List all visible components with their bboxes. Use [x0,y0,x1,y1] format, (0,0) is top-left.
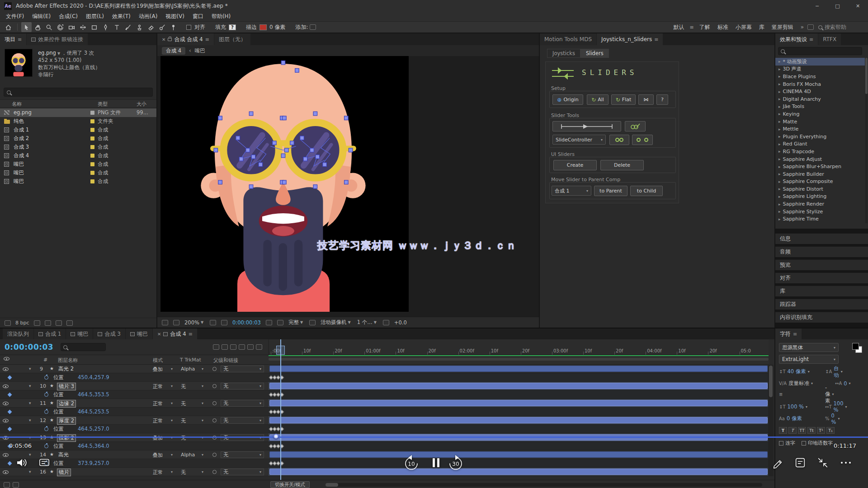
faux-style-toggle[interactable]: T [779,427,787,434]
selection-handle[interactable] [310,148,314,152]
selection-handle[interactable] [303,157,307,161]
menu-item[interactable]: 窗口 [189,13,208,20]
slide-controller-dropdown[interactable]: SlideController▾ [552,135,606,145]
kerning-control[interactable]: V/A度量标准▾ [779,380,813,387]
selection-handle[interactable] [239,157,243,161]
menu-item[interactable]: 视图(V) [161,13,189,20]
help-button[interactable]: ? [656,94,668,105]
trkmat-dropdown[interactable]: 无 [181,400,186,407]
stopwatch-icon[interactable] [44,427,48,431]
effects-category-row[interactable]: ▸Sapphire Stylize [775,208,865,216]
subtab-sliders[interactable]: Sliders [580,49,609,58]
stroke-options-icon[interactable]: ≣ [779,392,783,397]
selection-handle[interactable] [259,163,263,167]
project-item-row[interactable]: 合成 1合成 [0,126,156,134]
toggle-switches-modes-button[interactable]: 切换开关/模式 [270,481,310,488]
twirl-down-icon[interactable]: ▾ [29,469,31,474]
text-tool-icon[interactable] [112,22,122,32]
twirl-right-icon[interactable]: ▸ [778,164,781,169]
twirl-right-icon[interactable]: ▸ [778,187,781,191]
label-color-swatch[interactable] [90,111,94,115]
twirl-right-icon[interactable]: ▸ [778,194,781,199]
selection-handle[interactable] [281,154,285,158]
effects-search-input[interactable] [787,48,855,54]
close-icon[interactable]: ✕ [162,37,165,42]
layer-row[interactable]: ▾16★镜片正常▾无▾无▾ [0,468,269,476]
menu-item[interactable]: 图层(L) [82,13,108,20]
workspace-4[interactable]: 小屏幕 [732,23,755,31]
selection-handle[interactable] [283,116,287,120]
draft-3d-icon[interactable] [222,344,228,350]
interpret-footage-icon[interactable] [34,320,40,326]
layer-row[interactable]: ▾10★镜片 3正常▾无▾无▾ [0,382,269,390]
faux-style-toggle[interactable]: T¹ [817,427,825,434]
label-color-swatch[interactable] [90,145,94,149]
keyframe-navigator-icon[interactable] [8,410,12,414]
trkmat-dropdown[interactable]: 无 [181,383,186,390]
property-row[interactable]: 位置464.5,353.5 [0,390,269,399]
snap-toggle[interactable]: 对齐 [186,23,207,31]
channels-icon[interactable] [277,320,283,325]
twirl-right-icon[interactable]: ▸ [778,127,781,131]
layer-track[interactable] [269,468,769,476]
property-value[interactable]: 373.9,257.0 [78,460,109,466]
to-child-button[interactable]: to Child [630,186,663,196]
pickwhip-icon[interactable] [212,436,217,440]
layer-duration-bar[interactable] [269,451,768,458]
effects-category-row[interactable]: ▸Digital Anarchy [775,95,865,103]
effects-category-row[interactable]: ▸Sapphire Render [775,200,865,208]
parent-dropdown[interactable]: 无▾ [221,400,264,407]
hand-tool-icon[interactable] [33,22,43,32]
menu-item[interactable]: 动画(A) [135,13,162,20]
tab-effect-controls[interactable]: 效果控件 眼镜连接 [27,33,88,45]
new-composition-icon[interactable] [56,320,62,326]
menu-item[interactable]: 文件(F) [2,13,28,20]
twirl-right-icon[interactable]: ▸ [778,134,781,139]
effects-category-row[interactable]: ▸Sapphire Builder [775,170,865,178]
selection-handle[interactable] [236,136,240,140]
property-name[interactable]: 位置 [53,408,64,415]
label-color-swatch[interactable] [90,171,94,175]
exposure-value[interactable]: +0.0 [394,319,407,326]
stroke-swatch[interactable] [259,24,267,30]
twirl-right-icon[interactable]: ▸ [778,119,781,124]
property-name[interactable]: 位置 [53,374,64,381]
project-item-row[interactable]: eg.pngPNG 文件99... [0,108,156,117]
camera-tool-icon[interactable] [66,22,77,32]
link-button[interactable] [609,135,629,145]
time-ruler[interactable]: :00f10f20f01:00f10f20f02:00f10f20f03:00f… [269,339,769,355]
timeline-tab[interactable]: 合成 1 [34,328,66,339]
view-layout-dropdown[interactable]: 1 个…▼ [357,319,378,326]
trkmat-dropdown[interactable]: 无 [181,469,186,476]
timeline-vertical-scrollbar[interactable] [768,365,774,476]
selection-handle[interactable] [218,180,222,184]
selection-handle[interactable] [313,112,317,116]
motion-blur-icon[interactable] [247,344,254,350]
selection-handle[interactable] [246,148,250,152]
hide-shy-icon[interactable] [230,344,236,350]
layer-track[interactable] [269,433,769,442]
stopwatch-icon[interactable] [44,393,48,397]
cti-handle[interactable] [276,346,285,355]
faux-style-toggle[interactable]: T₁ [826,427,835,434]
selection-handle[interactable] [313,185,317,189]
zoom-level-dropdown[interactable]: 200%▼ [184,319,205,326]
workspace-2[interactable]: 了解 [696,23,714,31]
effects-category-row[interactable]: ▸Sapphire Adjust [775,155,865,163]
blend-mode-dropdown[interactable]: 正常 [153,418,163,424]
visibility-eye-icon[interactable] [3,453,9,457]
mask-visibility-icon[interactable] [221,320,227,325]
effects-category-row[interactable]: ▸CINEMA 4D [775,88,865,95]
trkmat-dropdown[interactable]: 无 [181,435,186,441]
effects-category-row[interactable]: ▸Plugin Everything [775,133,865,141]
selection-handle[interactable] [249,185,253,189]
pixel-aspect-icon[interactable] [383,320,389,325]
twirl-right-icon[interactable]: ▸ [778,149,781,154]
baseline-shift-control[interactable]: Aa0 像素 [779,415,802,422]
selection-handle[interactable] [316,155,320,159]
twirl-down-icon[interactable]: ▾ [29,384,31,388]
ligatures-checkbox[interactable] [779,441,783,446]
project-flowchart-icon[interactable] [5,320,11,326]
graph-editor-icon[interactable] [256,344,262,350]
zoom-tool-icon[interactable] [44,22,54,32]
